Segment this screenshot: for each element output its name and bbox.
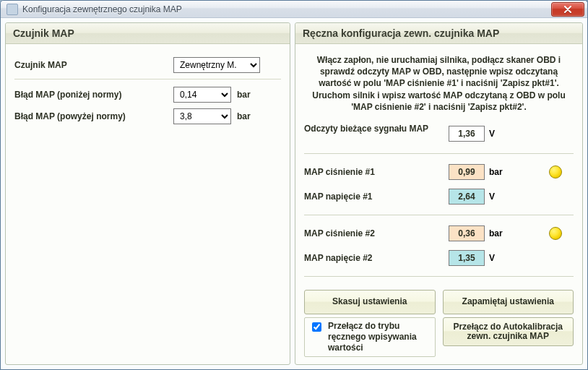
close-button[interactable] [551,2,584,17]
divider [304,276,574,277]
p1-voltage-label: MAP napięcie #1 [304,192,449,202]
err-high-select[interactable]: 3,8 [173,108,231,124]
manual-mode-group: Przełącz do trybu ręcznego wpisywania wa… [304,317,436,357]
p1-pressure-unit: bar [489,167,509,177]
divider [304,153,574,154]
p1-pressure-input[interactable]: 0,99 [449,164,485,180]
manual-mode-checkbox[interactable] [312,322,321,332]
panel-manual-config-header: Ręczna konfiguracja zewn. czujnika MAP [295,23,582,44]
err-high-label: Błąd MAP (powyżej normy) [14,111,173,121]
manual-mode-label[interactable]: Przełącz do trybu ręcznego wpisywania wa… [328,321,431,353]
reset-button[interactable]: Skasuj ustawienia [304,290,436,314]
p2-pressure-unit: bar [489,228,509,238]
live-signal-label: Odczyty bieżące sygnału MAP [304,124,449,143]
live-signal-unit: V [489,129,509,139]
p1-voltage-unit: V [489,192,509,202]
err-high-unit: bar [237,111,251,121]
client-area: Czujnik MAP Czujnik MAP Zewnętrzny M. Bł… [1,18,587,369]
p2-pressure-label: MAP ciśnienie #2 [304,228,449,238]
panel-map-sensor: Czujnik MAP Czujnik MAP Zewnętrzny M. Bł… [5,22,290,365]
instructions-text: Włącz zapłon, nie uruchamiaj silnika, po… [304,51,574,120]
panel-manual-config: Ręczna konfiguracja zewn. czujnika MAP W… [295,22,583,365]
divider [14,79,281,79]
window-title: Konfiguracja zewnętrznego czujnika MAP [22,4,182,14]
p1-pressure-label: MAP ciśnienie #1 [304,167,449,177]
app-icon [7,4,18,15]
err-low-select[interactable]: 0,14 [173,87,231,103]
p2-voltage-unit: V [489,253,509,263]
live-signal-value: 1,36 [449,126,485,142]
p2-pressure-input[interactable]: 0,36 [449,225,485,241]
p1-voltage-value: 2,64 [449,189,485,205]
p2-voltage-value: 1,35 [449,250,485,266]
p2-status-led [549,227,562,240]
err-low-label: Błąd MAP (poniżej normy) [14,90,173,100]
autocal-button[interactable]: Przełącz do Autokalibracja zewn. czujnik… [443,317,574,346]
close-icon [563,6,572,13]
panel-map-sensor-header: Czujnik MAP [6,23,290,44]
save-button[interactable]: Zapamiętaj ustawienia [443,290,574,314]
window: Konfiguracja zewnętrznego czujnika MAP C… [0,0,588,370]
err-low-unit: bar [237,90,251,100]
divider [304,215,574,215]
titlebar: Konfiguracja zewnętrznego czujnika MAP [1,1,587,18]
p1-status-led [549,165,562,178]
p2-voltage-label: MAP napięcie #2 [304,253,449,263]
sensor-type-label: Czujnik MAP [14,60,173,70]
sensor-type-select[interactable]: Zewnętrzny M. [173,57,260,73]
